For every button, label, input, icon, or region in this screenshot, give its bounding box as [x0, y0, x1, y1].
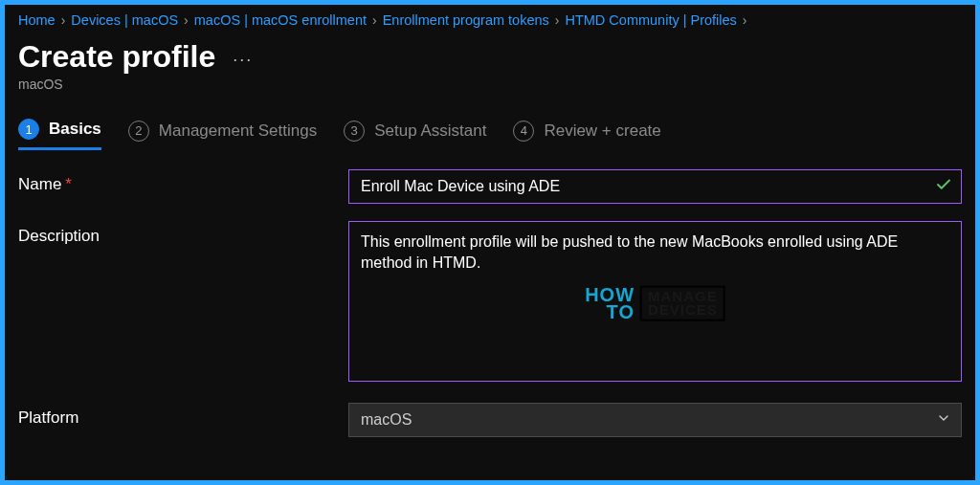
tab-label: Management Settings: [159, 121, 317, 141]
breadcrumb-item-enrollment-tokens[interactable]: Enrollment program tokens: [383, 12, 549, 28]
required-mark: *: [65, 175, 72, 193]
breadcrumb-item-htmd-profiles[interactable]: HTMD Community | Profiles: [565, 12, 736, 28]
tab-management-settings[interactable]: 2 Management Settings: [128, 119, 317, 150]
platform-selected-value: macOS: [361, 411, 412, 428]
breadcrumb-item-devices[interactable]: Devices | macOS: [71, 12, 178, 28]
tab-review-create[interactable]: 4 Review + create: [513, 119, 660, 150]
page-subtitle: macOS: [18, 77, 962, 92]
chevron-right-icon: ›: [743, 12, 747, 28]
tab-step-number: 3: [344, 121, 365, 142]
tab-label: Setup Assistant: [374, 121, 486, 141]
description-field[interactable]: This enrollment profile will be pushed t…: [348, 221, 962, 382]
name-field[interactable]: [348, 169, 962, 204]
tab-step-number: 2: [128, 121, 149, 142]
tab-basics[interactable]: 1 Basics: [18, 119, 101, 150]
chevron-right-icon: ›: [61, 12, 66, 28]
chevron-down-icon: [936, 410, 951, 430]
description-label: Description: [18, 221, 348, 246]
breadcrumb: Home › Devices | macOS › macOS | macOS e…: [18, 12, 962, 28]
breadcrumb-item-home[interactable]: Home: [18, 12, 56, 28]
name-label: Name*: [18, 169, 348, 194]
more-actions-button[interactable]: ···: [233, 44, 253, 70]
tab-step-number: 4: [513, 121, 534, 142]
tab-setup-assistant[interactable]: 3 Setup Assistant: [344, 119, 486, 150]
tab-step-number: 1: [18, 119, 39, 140]
tab-label: Basics: [49, 120, 101, 139]
chevron-right-icon: ›: [184, 12, 189, 28]
platform-dropdown[interactable]: macOS: [348, 403, 962, 437]
page-title: Create profile: [18, 39, 215, 75]
chevron-right-icon: ›: [372, 12, 377, 28]
breadcrumb-item-macos-enrollment[interactable]: macOS | macOS enrollment: [194, 12, 367, 28]
chevron-right-icon: ›: [555, 12, 560, 28]
tab-label: Review + create: [544, 121, 660, 141]
check-icon: [935, 176, 952, 197]
platform-label: Platform: [18, 403, 348, 428]
wizard-tabs: 1 Basics 2 Management Settings 3 Setup A…: [18, 119, 962, 150]
